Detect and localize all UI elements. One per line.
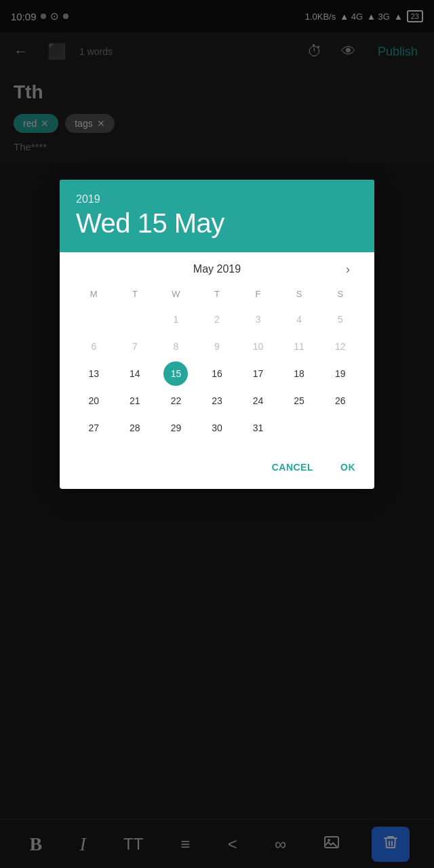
dp-cell-12[interactable]: 12 [328,334,353,359]
weekday-sat: S [279,286,320,302]
dp-next-month-button[interactable]: › [340,260,355,279]
dp-cell-18[interactable]: 18 [287,361,311,386]
dp-month-nav: May 2019 › [73,263,361,275]
dp-cell-10[interactable]: 10 [246,334,271,359]
dp-selected-date: Wed 15 May [76,208,358,239]
date-picker-dialog: 2019 Wed 15 May May 2019 › M T W T F S S… [60,180,374,489]
dp-cell-27[interactable]: 27 [81,416,106,440]
dp-cell-24[interactable]: 24 [246,389,271,413]
dp-cell-6[interactable]: 6 [81,334,106,359]
dp-cell-11[interactable]: 11 [287,334,311,359]
weekday-sun: S [319,286,361,302]
dp-cell-3[interactable]: 3 [246,307,271,332]
dp-cell-30[interactable]: 30 [205,416,229,440]
dp-cell-20[interactable]: 20 [81,389,106,413]
weekday-fri: F [237,286,279,302]
dp-cell-26[interactable]: 26 [328,389,353,413]
dp-cancel-button[interactable]: CANCEL [264,456,321,478]
dp-cell-1[interactable]: 1 [163,307,188,332]
dp-cell-31[interactable]: 31 [246,416,271,440]
dp-cell-empty-2 [123,307,147,332]
dp-cell-4[interactable]: 4 [287,307,311,332]
weekday-thu: T [197,286,238,302]
dp-month-label: May 2019 [193,263,241,275]
dp-cell-22[interactable]: 22 [163,389,188,413]
weekday-mon: M [73,286,115,302]
weekday-wed: W [155,286,197,302]
dp-cell-16[interactable]: 16 [205,361,229,386]
weekday-tue: T [115,286,156,302]
dp-year: 2019 [76,193,358,205]
dp-header: 2019 Wed 15 May [60,180,374,252]
dp-cell-2[interactable]: 2 [205,307,229,332]
dp-cell-13[interactable]: 13 [81,361,106,386]
dp-days-grid: 1 2 3 4 5 6 7 8 9 10 11 12 13 14 15 16 1… [73,307,361,440]
dp-cell-9[interactable]: 9 [205,334,229,359]
dp-cell-14[interactable]: 14 [123,361,147,386]
dp-cell-19[interactable]: 19 [328,361,353,386]
dp-cell-empty-6 [287,416,311,440]
dp-cell-empty-7 [328,416,353,440]
dp-body: May 2019 › M T W T F S S 1 2 3 4 5 6 7 8 [60,252,374,451]
dp-actions: CANCEL OK [60,451,374,489]
dp-cell-7[interactable]: 7 [123,334,147,359]
dp-cell-23[interactable]: 23 [205,389,229,413]
dp-cell-25[interactable]: 25 [287,389,311,413]
dp-ok-button[interactable]: OK [332,456,363,478]
dp-cell-empty-1 [81,307,106,332]
dp-cell-17[interactable]: 17 [246,361,271,386]
dp-weekdays: M T W T F S S [73,286,361,302]
dp-cell-5[interactable]: 5 [328,307,353,332]
dp-cell-15-selected[interactable]: 15 [163,361,188,386]
dp-cell-29[interactable]: 29 [163,416,188,440]
dp-cell-8[interactable]: 8 [163,334,188,359]
dp-cell-21[interactable]: 21 [123,389,147,413]
dp-cell-28[interactable]: 28 [123,416,147,440]
